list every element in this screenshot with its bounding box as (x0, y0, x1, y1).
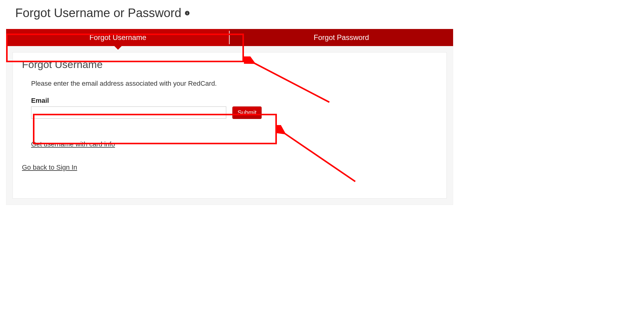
page: Forgot Username or Password Forgot Usern… (0, 0, 468, 217)
email-form-row: Email Submit (31, 97, 437, 119)
tab-forgot-password[interactable]: Forgot Password (230, 29, 453, 46)
inline-form: Submit (31, 106, 437, 119)
tabs: Forgot Username Forgot Password (6, 29, 453, 46)
email-input[interactable] (31, 106, 226, 119)
svg-rect-1 (187, 13, 188, 14)
tab-forgot-password-label: Forgot Password (314, 33, 369, 41)
panel-wrap: Forgot Username Please enter the email a… (6, 46, 453, 205)
tab-forgot-username-label: Forgot Username (89, 33, 146, 41)
svg-rect-2 (187, 12, 188, 12)
info-icon[interactable] (184, 10, 190, 16)
panel: Forgot Username Please enter the email a… (13, 52, 447, 199)
get-username-card-link[interactable]: Get username with card info (31, 140, 115, 148)
tab-forgot-username[interactable]: Forgot Username (6, 29, 230, 46)
panel-heading: Forgot Username (22, 59, 437, 70)
page-title: Forgot Username or Password (15, 6, 453, 20)
back-to-signin-link[interactable]: Go back to Sign In (22, 163, 77, 171)
instruction-text: Please enter the email address associate… (31, 80, 437, 88)
page-title-text: Forgot Username or Password (15, 6, 181, 20)
submit-button[interactable]: Submit (232, 106, 262, 119)
email-label: Email (31, 97, 437, 105)
